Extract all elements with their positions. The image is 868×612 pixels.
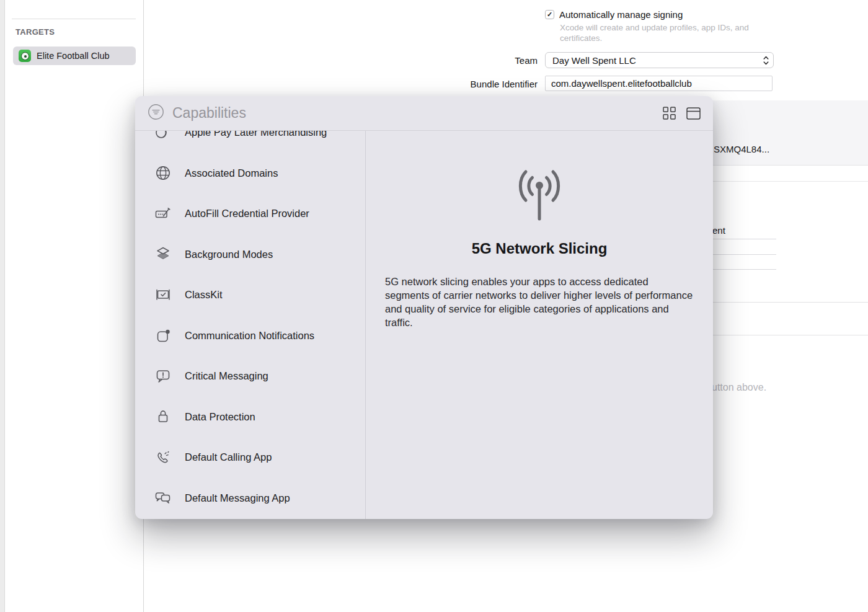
capability-label: Background Modes [185,249,273,260]
data-protection-icon [154,408,172,425]
capability-label: AutoFill Credential Provider [185,208,309,220]
field-underline [712,254,776,255]
capabilities-header: Capabilities [135,96,713,131]
project-sidebar: TARGETS Elite Football Club [6,0,144,612]
capability-row[interactable]: Background Modes [135,234,365,275]
capability-detail-title: 5G Network Slicing [472,240,608,257]
dropdown-stepper-icon [763,56,769,67]
sidebar-item-target[interactable]: Elite Football Club [13,47,136,65]
team-dropdown[interactable]: Day Well Spent LLC [545,52,774,68]
team-label: Team [434,55,538,66]
capability-label: Communication Notifications [185,330,314,342]
auto-signing-label: Automatically manage signing [559,9,683,20]
sidebar-divider [12,19,136,19]
capability-row[interactable]: Communication Notifications [135,316,365,357]
grid-view-icon[interactable] [663,107,676,120]
classkit-icon [154,286,172,304]
autofill-credential-icon [154,205,172,223]
capability-row[interactable]: Default Calling App [135,437,365,478]
window-left-rail [0,0,5,612]
capability-label: Apple Pay Later Merchandising [185,131,327,138]
capability-label: ClassKit [185,289,223,301]
hint-partial-text: utton above. [712,382,766,393]
team-value: Day Well Spent LLC [552,55,636,66]
signing-helper-text: Xcode will create and update profiles, a… [560,22,778,43]
background-table-row: SXMQ4L84... [707,100,868,166]
filter-icon [148,104,164,123]
capability-row[interactable]: Default Messaging App [135,478,365,519]
capability-row[interactable]: Associated Domains [135,153,365,194]
window-view-icon[interactable] [686,107,701,120]
capability-row[interactable]: Apple Pay Later Merchandising [135,131,365,153]
capability-label: Default Calling App [185,451,272,463]
target-name-label: Elite Football Club [37,51,110,61]
team-id-partial-text: SXMQ4L84... [714,144,769,154]
capability-detail-pane: 5G Network Slicing 5G network slicing en… [366,131,713,519]
auto-signing-checkbox[interactable]: ✓ [545,10,554,19]
background-divider [707,302,868,303]
apple-pay-later-icon [154,131,172,141]
communication-notifications-icon [154,327,172,344]
capability-row[interactable]: ClassKit [135,275,365,316]
bundle-identifier-value: com.daywellspent.elitefootballclub [551,78,692,89]
capability-label: Associated Domains [185,167,278,179]
capability-label: Data Protection [185,411,255,423]
globe-icon [154,164,172,182]
capability-label: Critical Messaging [185,370,268,382]
field-underline [712,269,776,270]
bundle-identifier-input[interactable]: com.daywellspent.elitefootballclub [545,76,773,91]
background-divider [707,335,868,335]
app-icon [19,50,31,62]
capabilities-list: Apple Pay Later Merchandising Associated… [135,131,366,519]
targets-section-label: TARGETS [16,27,55,37]
capability-detail-description: 5G network slicing enables your apps to … [385,275,694,329]
capability-row[interactable]: Data Protection [135,397,365,438]
field-partial-text: ent [712,225,725,236]
default-calling-icon [154,449,172,466]
capability-row[interactable]: Critical Messaging [135,356,365,397]
capabilities-filter-input[interactable]: Capabilities [172,105,663,122]
default-messaging-icon [154,489,172,507]
field-underline [712,239,776,239]
capability-row[interactable]: AutoFill Credential Provider [135,193,365,234]
capabilities-popover: Capabilities [135,96,713,519]
antenna-radiowaves-icon [510,167,569,229]
background-modes-icon [154,246,172,263]
capability-label: Default Messaging App [185,492,290,504]
critical-messaging-icon [154,368,172,385]
background-divider [707,181,868,182]
bundle-identifier-label: Bundle Identifier [434,79,538,89]
